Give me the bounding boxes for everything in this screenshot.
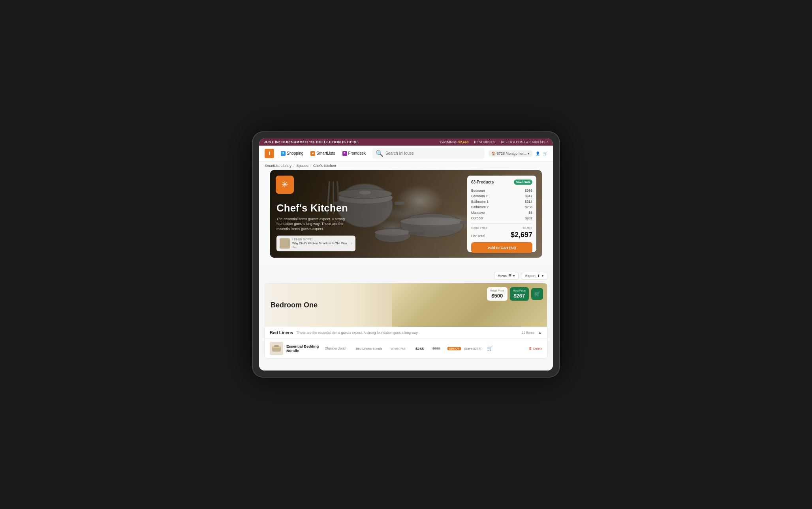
cart-add-icon[interactable]: 🛒 [487, 346, 493, 351]
room-header: Bedroom One Retail Price $500 Host Price… [265, 283, 547, 327]
product-row: Essential Bedding Bundle Slumbercloud Be… [265, 339, 547, 358]
room-name-mancave: Mancave [471, 211, 485, 215]
property-name: 6728 Montgomer... [497, 152, 526, 155]
host-price-value: $267 [513, 293, 526, 299]
learn-more-article-title: Why Chef's Kitchen SmartList Is The Way … [292, 241, 349, 249]
nav-bar: I S Shopping ★ SmartLists F Frontdesk 🔍 [259, 146, 553, 161]
rows-icon: ☰ [508, 274, 511, 278]
products-count: 63 Products [471, 180, 494, 184]
app-logo[interactable]: I [265, 149, 274, 158]
frontdesk-label: Frontdesk [348, 151, 366, 155]
search-bar[interactable]: 🔍 [372, 148, 485, 159]
product-host-price: $255 [415, 346, 429, 351]
tablet-screen: JUST IN: OUR SUMMER '23 COLLECTION IS HE… [259, 138, 553, 371]
smartlists-star-icon: ✳ [281, 180, 288, 190]
refer-link[interactable]: REFER A HOST & EARN $15 + [501, 140, 548, 144]
breadcrumb-spaces[interactable]: Spaces [297, 164, 308, 168]
products-header: 63 Products Save 34% [471, 180, 532, 185]
search-input[interactable] [385, 151, 481, 155]
property-selector[interactable]: 🏠 6728 Montgomer... ▾ [489, 150, 532, 157]
retail-price-label: Retail Price [490, 289, 504, 292]
hero-description: The essential items guests expect. A str… [276, 217, 355, 232]
retail-label: Retail Price [471, 226, 487, 230]
announcement-right: EARNINGS $2,663 RESOURCES REFER A HOST &… [440, 140, 548, 144]
section-gap [259, 266, 553, 269]
room-cart-button[interactable]: 🛒 [531, 288, 543, 300]
delete-label: Delete [533, 347, 542, 350]
retail-price-box: Retail Price $500 [487, 287, 508, 301]
nav-shopping[interactable]: S Shopping [278, 150, 306, 157]
shopping-label: Shopping [287, 151, 303, 155]
room-name-bedroom: Bedroom [471, 189, 485, 193]
main-content[interactable]: ✳ Chef's Kitchen The essential items gue… [259, 170, 553, 371]
room-row-bathroom2: Bathroom 2 $258 [471, 204, 532, 210]
product-brand: Slumbercloud [325, 346, 353, 350]
delete-button[interactable]: 🗑 Delete [529, 347, 542, 350]
hero-section: ✳ Chef's Kitchen The essential items gue… [270, 170, 542, 258]
announcement-bar: JUST IN: OUR SUMMER '23 COLLECTION IS HE… [259, 138, 553, 146]
category-row: Bed Linens These are the essential items… [265, 327, 547, 339]
tablet-frame: JUST IN: OUR SUMMER '23 COLLECTION IS HE… [252, 131, 560, 378]
room-price-outdoor: $987 [525, 216, 532, 220]
room-row-bedroom: Bedroom $986 [471, 188, 532, 193]
room-title-overlay: Bedroom One [265, 296, 323, 315]
content-inner: ✳ Chef's Kitchen The essential items gue… [259, 170, 553, 371]
breadcrumb-sep-1: / [293, 164, 295, 168]
export-icon: ⬆ [537, 274, 540, 278]
nav-frontdesk[interactable]: F Frontdesk [340, 150, 368, 157]
export-label: Export [525, 274, 536, 278]
announcement-text: JUST IN: OUR SUMMER '23 COLLECTION IS HE… [264, 140, 359, 144]
host-price-label: Host Price [513, 289, 526, 292]
room-name-bathroom2: Bathroom 2 [471, 205, 489, 209]
learn-more-card[interactable]: LEARN MORE Why Chef's Kitchen SmartList … [276, 236, 355, 252]
product-variant: White, Full [391, 347, 412, 350]
svg-rect-15 [452, 307, 531, 325]
export-button[interactable]: Export ⬆ ▾ [522, 272, 547, 280]
breadcrumb-smartlist[interactable]: SmartList Library [265, 164, 291, 168]
breadcrumb-current: Chef's Kitchen [313, 164, 336, 168]
learn-more-thumbnail [280, 238, 290, 249]
product-retail-price: $532 [432, 346, 444, 350]
trash-icon: 🗑 [529, 347, 532, 350]
total-price: $2,697 [511, 231, 532, 239]
bedroom-one-section: Bedroom One Retail Price $500 Host Price… [265, 283, 547, 359]
room-row-bedroom2: Bedroom 2 $947 [471, 193, 532, 199]
items-count: 11 Items [522, 331, 535, 335]
earnings-value: $2,663 [459, 140, 469, 144]
learn-more-label: LEARN MORE [292, 238, 349, 241]
svg-rect-20 [454, 312, 529, 315]
logo-letter: I [269, 150, 270, 156]
svg-rect-17 [458, 304, 480, 316]
rows-button[interactable]: Rows ☰ ▾ [494, 272, 519, 280]
total-label: List Total [471, 234, 485, 238]
room-name-outdoor: Outdoor [471, 216, 483, 220]
retail-row: Retail Price $6,697 [471, 226, 532, 230]
room-row-bathroom1: Bathroom 1 $314 [471, 199, 532, 204]
add-to-cart-button[interactable]: Add to Cart (63) [471, 242, 532, 253]
category-title: Bed Linens [270, 330, 293, 335]
room-list: Bedroom $986 Bedroom 2 $947 Bathroom 1 $… [471, 188, 532, 221]
resources-link[interactable]: RESOURCES [474, 140, 496, 144]
nav-smartlists[interactable]: ★ SmartLists [308, 150, 338, 157]
host-price-box: Host Price $267 [510, 287, 529, 301]
room-row-outdoor: Outdoor $987 [471, 215, 532, 221]
pricing-panel: 63 Products Save 34% Bedroom $986 Bedroo… [467, 176, 536, 252]
room-price-bedroom2: $947 [525, 194, 532, 198]
bottom-padding [259, 363, 553, 371]
user-icon[interactable]: 👤 [536, 152, 540, 155]
room-price-bathroom2: $258 [525, 205, 532, 209]
product-thumb-icon [271, 343, 282, 354]
chevron-down-icon: ▾ [528, 152, 530, 155]
search-icon: 🔍 [376, 150, 383, 157]
rows-chevron-icon: ▾ [513, 274, 515, 278]
hero-title: Chef's Kitchen [276, 202, 402, 214]
frontdesk-dot: F [342, 151, 347, 156]
pricing-divider [471, 223, 532, 224]
collapse-button[interactable]: ▲ [538, 330, 542, 335]
room-row-mancave: Mancave $6 [471, 210, 532, 215]
cart-nav-icon[interactable]: 🛒 [543, 152, 547, 155]
svg-rect-19 [454, 312, 529, 322]
breadcrumb: SmartList Library / Spaces / Chef's Kitc… [259, 161, 553, 170]
smartlists-badge: ✳ [276, 176, 294, 194]
smartlists-dot: ★ [310, 151, 315, 156]
